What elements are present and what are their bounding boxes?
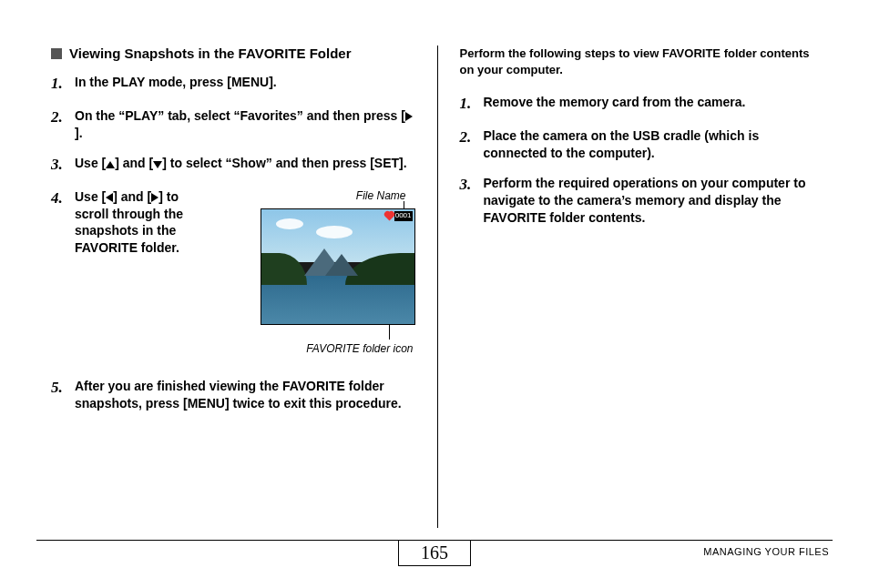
step-text-part: ] and [	[113, 189, 151, 204]
step-text: In the PLAY mode, press [MENU].	[75, 74, 415, 95]
left-column: Viewing Snapshots in the FAVORITE Folder…	[51, 46, 438, 528]
figure-wrapper: File Name	[215, 188, 415, 356]
step-number: 5.	[51, 378, 67, 412]
step-3: 3. Use [] and [] to select “Show” and th…	[51, 155, 415, 176]
cloud-graphic	[316, 226, 353, 238]
right-column: Perform the following steps to view FAVO…	[438, 46, 833, 528]
footer-section-label: MANAGING YOUR FILES	[703, 546, 829, 557]
step-text-part: ] to select “Show” and then press [SET].	[162, 156, 406, 170]
step-text: After you are finished viewing the FAVOR…	[75, 378, 415, 412]
step-text: Use [] and [] to select “Show” and then …	[75, 155, 415, 176]
triangle-up-icon	[106, 161, 115, 168]
section-title: Viewing Snapshots in the FAVORITE Folder	[69, 46, 351, 61]
file-badge: 0001	[386, 211, 413, 221]
page-number: 165	[398, 540, 471, 566]
step-text-part: On the “PLAY” tab, select “Favorites” an…	[75, 108, 405, 123]
step-text-part: ] and [	[115, 156, 153, 170]
figure-label-filename: File Name	[215, 188, 415, 203]
section-heading: Viewing Snapshots in the FAVORITE Folder	[51, 46, 415, 61]
heart-icon	[384, 211, 394, 220]
step-1: 1. In the PLAY mode, press [MENU].	[51, 74, 415, 95]
step-5: 5. After you are finished viewing the FA…	[51, 378, 415, 412]
step-number: 1.	[460, 94, 476, 115]
square-bullet-icon	[51, 48, 62, 59]
step-text: On the “PLAY” tab, select “Favorites” an…	[75, 107, 415, 142]
step-text: Remove the memory card from the camera.	[484, 94, 824, 115]
triangle-down-icon	[153, 161, 162, 168]
step-text-part: ].	[75, 126, 83, 140]
step-4: 4. Use [] and [] to scroll through the s…	[51, 188, 415, 356]
step-2: 2. On the “PLAY” tab, select “Favorites”…	[51, 107, 415, 142]
step-text: Place the camera on the USB cradle (whic…	[484, 127, 824, 162]
cloud-graphic	[276, 218, 303, 229]
figure-label-icon: FAVORITE folder icon	[215, 341, 415, 356]
intro-text: Perform the following steps to view FAVO…	[460, 46, 824, 77]
step-number: 3.	[51, 155, 67, 176]
step-number: 3.	[460, 175, 476, 227]
lcd-preview: 0001	[261, 208, 415, 325]
triangle-right-icon	[405, 112, 413, 121]
step-text-part: Use [	[75, 156, 106, 170]
step-text: Use [] and [] to scroll through the snap…	[75, 188, 202, 258]
step-number: 4.	[51, 188, 67, 356]
callout-line	[389, 325, 390, 340]
mountain-graphic	[325, 254, 358, 276]
step-number: 2.	[460, 127, 476, 162]
two-column-layout: Viewing Snapshots in the FAVORITE Folder…	[51, 46, 833, 528]
step-content: Use [] and [] to scroll through the snap…	[75, 188, 415, 356]
step-text: Perform the required operations on your …	[484, 175, 824, 227]
step-r2: 2. Place the camera on the USB cradle (w…	[460, 127, 824, 162]
left-steps-list: 1. In the PLAY mode, press [MENU]. 2. On…	[51, 74, 415, 412]
step-number: 2.	[51, 107, 67, 142]
step-r1: 1. Remove the memory card from the camer…	[460, 94, 824, 115]
step-r3: 3. Perform the required operations on yo…	[460, 175, 824, 227]
file-number: 0001	[394, 211, 413, 221]
step-number: 1.	[51, 74, 67, 95]
right-steps-list: 1. Remove the memory card from the camer…	[460, 94, 824, 226]
manual-page: Viewing Snapshots in the FAVORITE Folder…	[0, 0, 869, 588]
step-text-part: Use [	[75, 189, 106, 204]
